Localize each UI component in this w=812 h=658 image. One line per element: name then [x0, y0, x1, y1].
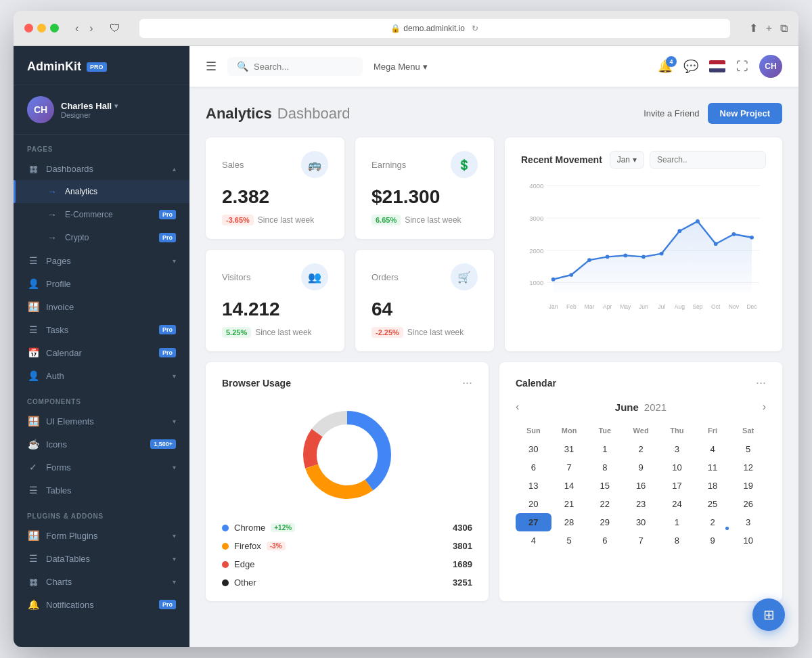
cal-day[interactable]: 23: [623, 495, 659, 513]
cal-day[interactable]: 11: [695, 458, 731, 477]
cal-day[interactable]: 24: [659, 495, 695, 513]
sidebar-item-dashboards[interactable]: ▦ Dashboards ▴: [14, 157, 189, 180]
cal-day[interactable]: 6: [587, 531, 623, 550]
sidebar-item-tables[interactable]: ☰ Tables: [14, 479, 189, 502]
cal-day[interactable]: 5: [730, 440, 766, 458]
cal-day[interactable]: 21: [551, 495, 587, 513]
minimize-dot[interactable]: [37, 24, 46, 32]
new-project-button[interactable]: New Project: [708, 103, 782, 124]
cal-day[interactable]: 19: [730, 477, 766, 495]
sidebar-item-pages[interactable]: ☰ Pages ▾: [14, 249, 189, 272]
cal-day[interactable]: 1: [659, 513, 695, 531]
cal-day[interactable]: 1: [587, 440, 623, 458]
sidebar-item-ecommerce[interactable]: → E-Commerce Pro: [14, 203, 189, 226]
cal-day[interactable]: 13: [516, 477, 551, 495]
url-bar[interactable]: 🔒 demo.adminkit.io ↻: [139, 19, 730, 38]
url-text: demo.adminkit.io: [403, 24, 465, 33]
sidebar-item-datatables[interactable]: ☰ DataTables ▾: [14, 547, 189, 570]
cal-day[interactable]: 5: [551, 531, 587, 550]
split-button[interactable]: ⧉: [780, 22, 788, 35]
cal-day[interactable]: 2: [623, 440, 659, 458]
sidebar-item-invoice[interactable]: 🪟 Invoice: [14, 295, 189, 318]
cal-day[interactable]: 30: [516, 440, 551, 458]
back-button[interactable]: ‹: [72, 20, 81, 37]
notifications-button[interactable]: 🔔 4: [658, 59, 673, 74]
topbar-avatar[interactable]: CH: [759, 55, 782, 78]
forward-button[interactable]: ›: [87, 20, 95, 37]
calendar-row-5: 27 28 29 30 1 2 3: [516, 513, 766, 531]
cal-day[interactable]: 26: [730, 495, 766, 513]
fab-button[interactable]: ⊞: [752, 598, 785, 631]
browser-usage-menu[interactable]: ···: [462, 376, 472, 390]
sidebar-item-notifications[interactable]: 🔔 Notifications Pro: [14, 593, 189, 616]
cal-day[interactable]: 3: [659, 440, 695, 458]
cal-day[interactable]: 28: [551, 513, 587, 531]
cal-day[interactable]: 7: [551, 458, 587, 477]
refresh-icon[interactable]: ↻: [472, 24, 478, 33]
messages-button[interactable]: 💬: [683, 59, 698, 74]
page-actions: Invite a Friend New Project: [644, 103, 782, 124]
cal-day[interactable]: 4: [695, 440, 731, 458]
svg-text:Mar: Mar: [585, 303, 595, 310]
month-select[interactable]: Jan ▾: [610, 151, 644, 169]
share-button[interactable]: ⬆: [749, 22, 758, 35]
cal-day[interactable]: 10: [659, 458, 695, 477]
cal-day[interactable]: 8: [659, 531, 695, 550]
hamburger-button[interactable]: ☰: [206, 59, 217, 74]
sidebar-item-charts[interactable]: ▦ Charts ▾: [14, 570, 189, 593]
chart-search-input[interactable]: [650, 151, 766, 169]
new-tab-button[interactable]: +: [766, 22, 772, 35]
browser-window: ‹ › 🛡 🔒 demo.adminkit.io ↻ ⬆ + ⧉ AdminKi…: [14, 11, 798, 647]
sidebar-item-forms[interactable]: ✓ Forms ▾: [14, 456, 189, 479]
cal-day[interactable]: 16: [623, 477, 659, 495]
sidebar-label-ui-elements: UI Elements: [46, 416, 166, 426]
cal-day[interactable]: 10: [730, 531, 766, 550]
cal-day[interactable]: 31: [551, 440, 587, 458]
search-input[interactable]: [254, 62, 353, 72]
cal-day[interactable]: 7: [623, 531, 659, 550]
sidebar-item-profile[interactable]: 👤 Profile: [14, 272, 189, 295]
sidebar-item-ui-elements[interactable]: 🪟 UI Elements ▾: [14, 410, 189, 433]
cal-today[interactable]: 27: [516, 513, 551, 531]
cal-day[interactable]: 3: [730, 513, 766, 531]
svg-point-12: [623, 254, 627, 258]
sidebar-item-tasks[interactable]: ☰ Tasks Pro: [14, 318, 189, 341]
invite-button[interactable]: Invite a Friend: [644, 108, 699, 118]
cal-day[interactable]: 15: [587, 477, 623, 495]
cal-day[interactable]: 29: [587, 513, 623, 531]
cal-day[interactable]: 22: [587, 495, 623, 513]
sidebar-label-profile: Profile: [46, 279, 176, 289]
cal-header-sun: Sun: [516, 424, 551, 440]
cal-day[interactable]: 8: [587, 458, 623, 477]
sidebar-item-auth[interactable]: 👤 Auth ▾: [14, 364, 189, 387]
calendar-menu[interactable]: ···: [756, 376, 766, 390]
earnings-icon: 💲: [451, 151, 478, 178]
calendar-next-button[interactable]: ›: [763, 401, 766, 413]
mega-menu-button[interactable]: Mega Menu ▾: [374, 62, 428, 72]
fullscreen-button[interactable]: ⛶: [736, 60, 748, 74]
cal-day[interactable]: 2: [695, 513, 731, 531]
user-section[interactable]: CH Charles Hall ▾ Designer: [14, 85, 189, 135]
cal-day[interactable]: 9: [623, 458, 659, 477]
cal-day[interactable]: 25: [695, 495, 731, 513]
cal-day[interactable]: 4: [516, 531, 551, 550]
cal-day[interactable]: 30: [623, 513, 659, 531]
calendar-prev-button[interactable]: ‹: [516, 401, 519, 413]
cal-day[interactable]: 9: [695, 531, 731, 550]
cal-day[interactable]: 6: [516, 458, 551, 477]
sidebar-item-analytics[interactable]: → Analytics: [14, 180, 189, 203]
cal-day[interactable]: 17: [659, 477, 695, 495]
cal-day[interactable]: 18: [695, 477, 731, 495]
brand-name: AdminKit: [27, 60, 81, 74]
maximize-dot[interactable]: [50, 24, 59, 32]
close-dot[interactable]: [24, 24, 33, 32]
sidebar-item-calendar[interactable]: 📅 Calendar Pro: [14, 341, 189, 364]
sidebar-item-icons[interactable]: ☕ Icons 1,500+: [14, 433, 189, 456]
language-flag[interactable]: [709, 60, 725, 72]
sidebar-item-form-plugins[interactable]: 🪟 Form Plugins ▾: [14, 524, 189, 547]
orders-footer: -2.25% Since last week: [371, 327, 478, 338]
cal-day[interactable]: 12: [730, 458, 766, 477]
cal-day[interactable]: 14: [551, 477, 587, 495]
cal-day[interactable]: 20: [516, 495, 551, 513]
sidebar-item-crypto[interactable]: → Crypto Pro: [14, 226, 189, 249]
